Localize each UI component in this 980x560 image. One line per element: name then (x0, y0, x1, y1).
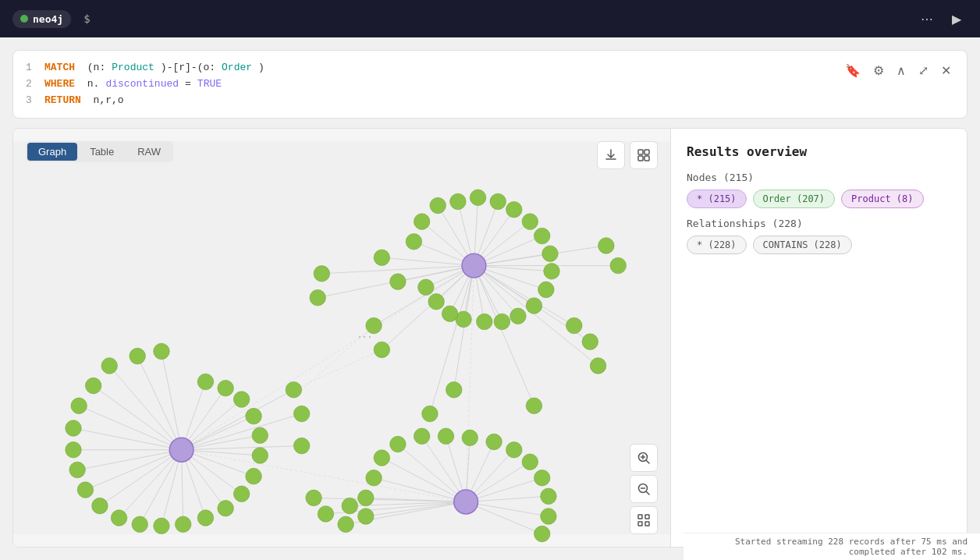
svg-rect-1 (644, 150, 649, 154)
badge-product[interactable]: Product (8) (841, 190, 923, 208)
svg-point-136 (218, 501, 234, 517)
collapse-button[interactable]: ∧ (893, 60, 909, 81)
hub-node-2[interactable] (169, 438, 194, 463)
status-bar: Started streaming 228 records after 75 m… (684, 533, 968, 548)
svg-point-114 (566, 318, 583, 335)
svg-rect-179 (638, 522, 642, 526)
graph-controls-top (597, 141, 658, 169)
svg-point-101 (544, 264, 560, 280)
expand-button[interactable]: ⤢ (915, 60, 932, 81)
query-line-1: 1 MATCH (n:Product)-[r]-(o:Order) (26, 60, 265, 76)
svg-point-159 (506, 442, 523, 459)
svg-point-141 (246, 409, 262, 425)
svg-point-154 (390, 437, 407, 453)
svg-point-149 (293, 406, 310, 423)
run-button[interactable]: ▶ (946, 9, 968, 30)
svg-point-121 (526, 398, 542, 414)
query-line-2: 2 WHERE n.discontinued = TRUE (26, 76, 265, 93)
tab-raw[interactable]: RAW (126, 143, 172, 161)
svg-rect-2 (638, 156, 643, 161)
svg-point-143 (218, 381, 234, 397)
query-card: 1 MATCH (n:Product)-[r]-(o:Order) 2 WHER… (12, 50, 968, 119)
logo-dot (20, 15, 28, 23)
settings-button[interactable]: ⚙ (870, 60, 887, 81)
results-overview-title: Results overview (687, 144, 951, 159)
line-num-2: 2 (26, 76, 38, 93)
fit-button[interactable] (630, 506, 658, 534)
svg-point-138 (246, 469, 262, 485)
svg-point-90 (390, 274, 407, 290)
bookmark-button[interactable]: 🔖 (842, 60, 864, 81)
svg-rect-180 (645, 522, 649, 526)
svg-point-135 (197, 510, 214, 526)
hub-node-1[interactable] (462, 254, 486, 278)
relationships-label: Relationships (228) (687, 218, 951, 229)
svg-point-133 (154, 518, 170, 534)
svg-point-144 (197, 374, 214, 391)
svg-point-150 (293, 438, 310, 455)
svg-point-91 (406, 234, 422, 250)
graph-visualization[interactable] (13, 129, 670, 547)
svg-point-156 (438, 428, 454, 445)
svg-point-93 (430, 198, 446, 214)
svg-point-118 (374, 342, 390, 359)
line-num-3: 3 (26, 93, 38, 109)
svg-point-113 (610, 258, 627, 275)
close-button[interactable]: ✕ (938, 60, 954, 81)
download-button[interactable] (597, 141, 625, 169)
tab-graph[interactable]: Graph (27, 143, 77, 161)
svg-point-103 (526, 298, 542, 314)
query-actions: 🔖 ⚙ ∧ ⤢ ✕ (842, 60, 954, 81)
svg-rect-3 (644, 156, 649, 161)
badge-contains[interactable]: CONTAINS (228) (753, 236, 852, 254)
svg-point-119 (314, 266, 330, 282)
svg-point-145 (101, 358, 118, 374)
hub-node-3[interactable] (454, 490, 478, 514)
svg-point-115 (582, 334, 598, 350)
query-editor[interactable]: 1 MATCH (n:Product)-[r]-(o:Order) 2 WHER… (26, 60, 265, 108)
zoom-out-button[interactable] (630, 475, 658, 503)
svg-point-97 (506, 202, 523, 218)
svg-point-152 (366, 470, 382, 487)
svg-point-140 (252, 427, 268, 444)
svg-point-157 (462, 430, 478, 446)
badge-all-relationships[interactable]: * (228) (687, 236, 747, 254)
svg-point-137 (233, 486, 250, 502)
neo4j-logo[interactable]: neo4j (12, 10, 71, 28)
nodes-badges: * (215) Order (207) Product (8) (687, 190, 951, 208)
relationships-badges: * (228) CONTAINS (228) (687, 236, 951, 254)
svg-point-102 (538, 282, 555, 299)
svg-point-163 (541, 509, 557, 525)
svg-point-151 (358, 490, 375, 506)
svg-point-98 (522, 214, 538, 230)
svg-point-129 (77, 482, 94, 498)
svg-point-139 (252, 448, 268, 464)
more-button[interactable]: ⋯ (914, 9, 939, 30)
svg-point-167 (338, 516, 354, 533)
line-num-1: 1 (26, 60, 38, 76)
svg-point-125 (71, 398, 87, 414)
panel-drag-handle[interactable]: ⋮ (357, 330, 374, 346)
badge-all-nodes[interactable]: * (215) (687, 190, 747, 208)
results-panel: Graph Table RAW (12, 128, 968, 548)
svg-point-169 (306, 490, 322, 506)
logo-text: neo4j (33, 13, 63, 25)
tab-table[interactable]: Table (79, 143, 125, 161)
svg-point-95 (470, 190, 486, 206)
svg-point-104 (510, 308, 527, 324)
svg-point-160 (522, 454, 538, 470)
svg-rect-178 (645, 515, 649, 519)
svg-point-122 (446, 382, 462, 399)
svg-point-116 (590, 358, 606, 374)
svg-point-164 (534, 526, 550, 543)
svg-line-175 (647, 492, 650, 495)
svg-point-168 (318, 506, 334, 523)
svg-point-148 (286, 382, 302, 399)
svg-point-128 (69, 463, 86, 479)
zoom-in-button[interactable] (630, 444, 658, 472)
badge-order[interactable]: Order (207) (753, 190, 835, 208)
svg-point-132 (132, 516, 148, 533)
layout-button[interactable] (630, 141, 658, 169)
svg-point-153 (374, 450, 390, 466)
graph-area[interactable]: Graph Table RAW (13, 129, 670, 547)
